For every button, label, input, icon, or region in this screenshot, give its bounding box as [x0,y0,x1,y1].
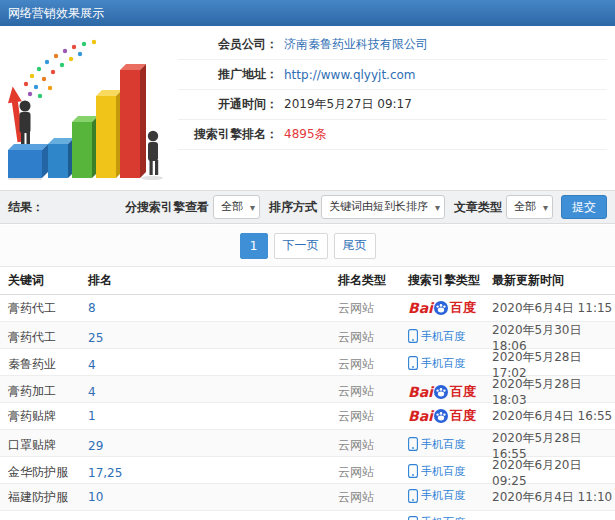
rank-link[interactable]: 1 [88,409,96,423]
mobile-phone-icon [408,516,418,520]
rank-link[interactable]: 17,25 [88,466,122,480]
sort-value: 关键词由短到长排序 [329,200,428,213]
engine-cell: Bai 百度 [408,383,492,401]
mobile-baidu-badge: 手机百度 [408,464,465,479]
marketing-chart-illustration [6,32,168,180]
mobile-phone-icon [408,356,418,370]
confetti-dots [24,40,96,98]
mobile-phone-icon [408,329,418,343]
keyword-cell: 膏药代工 [8,329,88,346]
table-row: 膏药加工 4 云网站 Bai 百度 2020年5月28日 18:03 [0,376,615,403]
engine-filter-value: 全部 [221,200,243,213]
info-row-url: 推广地址： http://www.qlyyjt.com [178,60,607,90]
keyword-cell: 膏药加工 [8,383,88,400]
rank-type-cell: 云网站 [338,356,408,373]
keyword-cell: 金华防护服 [8,464,88,481]
article-type-select[interactable]: 全部 ▾ [506,195,553,219]
rank-link[interactable]: 4 [88,358,96,372]
mobile-baidu-label: 手机百度 [421,356,465,371]
mobile-baidu-badge: 手机百度 [408,356,465,371]
observer-figure [148,131,158,175]
mobile-baidu-badge: 手机百度 [408,515,465,520]
mobile-baidu-badge: 手机百度 [408,329,465,344]
rank-link[interactable]: 8 [88,301,96,315]
sort-select[interactable]: 关键词由短到长排序 ▾ [321,195,445,219]
member-company-link[interactable]: 济南秦鲁药业科技有限公司 [284,36,428,53]
header-rank-type: 排名类型 [338,272,408,289]
engine-filter-select[interactable]: 全部 ▾ [213,195,260,219]
baidu-paw-icon [434,301,448,315]
engine-cell: 手机百度 [408,356,492,374]
update-time-cell: 2020年6月4日 11:10 [492,489,615,506]
table-row: 秦鲁药业 4 云网站 手机百度 2020年5月28日 17:02 [0,349,615,376]
engine-cell: Bai 百度 [408,299,492,317]
bar-red [120,64,146,178]
chevron-down-icon: ▾ [250,197,255,219]
rank-count-label: 搜索引擎排名： [178,126,278,143]
update-time-cell: 2020年6月20日 09:25 [492,457,615,488]
filter-controls: 分搜索引擎查看 全部 ▾ 排序方式 关键词由短到长排序 ▾ 文章类型 全部 ▾ … [116,195,607,219]
open-time-value: 2019年5月27日 09:17 [284,96,412,113]
baidu-logo: Bai 百度 [408,407,476,425]
page-title: 网络营销效果展示 [8,5,104,22]
bar-green [72,116,98,178]
rank-link[interactable]: 4 [88,385,96,399]
results-filter-bar: 结果： 分搜索引擎查看 全部 ▾ 排序方式 关键词由短到长排序 ▾ 文章类型 全… [0,190,615,224]
baidu-logo: Bai 百度 [408,383,476,401]
rank-count-value: 4895条 [284,126,327,143]
keyword-cell: 口罩贴牌 [8,437,88,454]
rank-link[interactable]: 10 [88,490,103,504]
engine-filter-label: 分搜索引擎查看 [125,199,209,216]
info-row-rank-count: 搜索引擎排名： 4895条 [178,120,607,150]
engine-cell: 手机百度 [408,488,492,506]
chevron-down-icon: ▾ [435,197,440,219]
sort-label: 排序方式 [269,199,317,216]
pagination: 1 下一页 尾页 [0,225,615,267]
engine-cell: 手机百度 [408,464,492,482]
mobile-baidu-label: 手机百度 [421,437,465,452]
table-row: 膏药代工 25 云网站 手机百度 2020年5月30日 18:06 [0,322,615,349]
mobile-baidu-label: 手机百度 [421,329,465,344]
header-rank: 排名 [88,272,338,289]
rank-type-cell: 云网站 [338,383,408,400]
window-titlebar: 网络营销效果展示 [0,0,615,26]
rank-link[interactable]: 25 [88,331,103,345]
mobile-baidu-label: 手机百度 [421,464,465,479]
rank-type-cell: 云网站 [338,329,408,346]
mobile-baidu-label: 手机百度 [421,515,465,520]
table-row: 口罩贴牌 29 云网站 手机百度 2020年5月28日 16:55 [0,430,615,457]
engine-cell: Bai 百度 [408,407,492,425]
baidu-paw-icon [434,385,448,399]
header-update-time: 最新更新时间 [492,272,615,289]
mobile-phone-icon [408,464,418,478]
baidu-logo: Bai 百度 [408,299,476,317]
rank-link[interactable]: 29 [88,439,103,453]
promo-url-link[interactable]: http://www.qlyyjt.com [284,68,416,82]
mobile-baidu-badge: 手机百度 [408,488,465,503]
rank-type-cell: 云网站 [338,489,408,506]
table-header-row: 关键词 排名 排名类型 搜索引擎类型 最新更新时间 [0,267,615,295]
businessman-figure [20,101,31,145]
table-row: 膏药贴牌 1 云网站 Bai 百度 2020年6月4日 16:55 [0,403,615,430]
table-row: 金华防护服 17,25 云网站 手机百度 2020年6月20日 09:25 [0,457,615,484]
mobile-baidu-label: 手机百度 [421,488,465,503]
mobile-phone-icon [408,437,418,451]
promo-url-label: 推广地址： [178,66,278,83]
update-time-cell: 2020年6月4日 16:55 [492,408,615,425]
article-type-label: 文章类型 [454,199,502,216]
open-time-label: 开通时间： [178,96,278,113]
mobile-phone-icon [408,489,418,503]
baidu-paw-icon [434,409,448,423]
last-page-button[interactable]: 尾页 [334,233,376,259]
rank-type-cell: 云网站 [338,408,408,425]
company-label: 会员公司： [178,36,278,53]
table-row: 膏药代工 8 云网站 Bai 百度 2020年6月4日 11:15 [0,295,615,322]
bar-yellow [96,90,122,178]
next-page-button[interactable]: 下一页 [274,233,328,259]
bar-blue [48,138,74,178]
page-1-button[interactable]: 1 [240,233,268,259]
header-engine-type: 搜索引擎类型 [408,272,492,289]
keyword-cell: 膏药贴牌 [8,408,88,425]
submit-button[interactable]: 提交 [561,195,607,219]
update-time-cell: 2020年6月4日 11:15 [492,300,615,317]
